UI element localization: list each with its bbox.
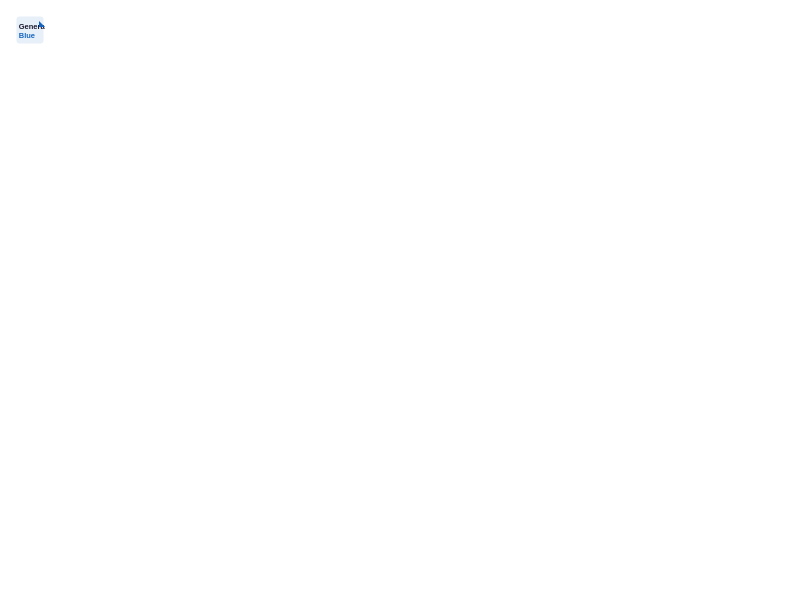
- svg-text:Blue: Blue: [19, 31, 35, 40]
- logo: General Blue: [15, 15, 49, 45]
- page-header: General Blue: [15, 15, 777, 45]
- logo-icon: General Blue: [15, 15, 45, 45]
